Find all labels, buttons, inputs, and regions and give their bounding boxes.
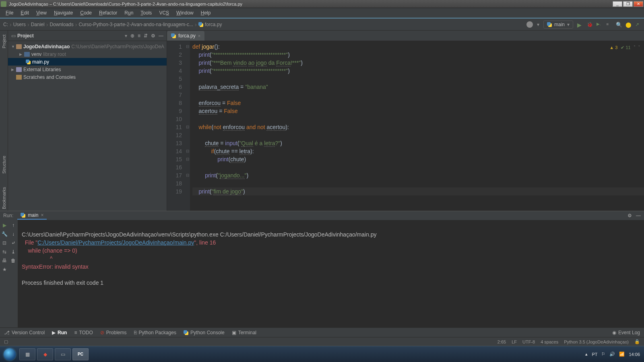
run-config-selector[interactable]: main ▾ [543,21,573,29]
python-file-icon [171,33,176,38]
tab-version-control[interactable]: ⎇Version Control [4,330,45,335]
user-icon[interactable] [526,21,533,28]
tray-flag-icon[interactable]: ⚐ [601,352,605,357]
settings-icon[interactable]: ⚙ [151,33,155,39]
taskbar-app-3[interactable]: ▭ [55,348,71,360]
close-button[interactable]: ✕ [634,1,643,7]
clear-icon[interactable]: 🗑 [11,258,16,263]
menu-tools[interactable]: Tools [137,9,155,17]
minimize-button[interactable]: _ [613,1,622,7]
close-tab-icon[interactable]: × [198,33,200,38]
scroll-down-icon[interactable]: ↓ [12,231,14,237]
run-layout-icon[interactable]: ⊟ [2,240,6,246]
editor-tab-forca[interactable]: forca.py × [167,31,204,41]
tab-problems[interactable]: ⊘Problems [100,330,127,335]
tree-scratches[interactable]: Scratches and Consoles [8,73,167,81]
taskbar-app-2[interactable]: ◆ [37,348,53,360]
run-tab-main[interactable]: main × [17,212,47,220]
hide-panel-icon[interactable]: — [159,33,163,39]
ide-errors-icon[interactable]: ⬤ [625,22,631,27]
status-tool-icon[interactable]: ▢ [4,339,8,344]
menu-help[interactable]: Help [198,9,214,17]
left-tool-strip: Project Structure Bookmarks [0,31,8,211]
status-line-sep[interactable]: LF [512,339,517,344]
debug-button[interactable]: 🐞 [587,22,592,27]
menu-code[interactable]: Code [77,9,95,17]
python-file-icon [26,60,31,64]
stop-button[interactable]: ■ [606,22,612,27]
windows-taskbar: ▦ ◆ ▭ PC ▴ PT ⚐ 🔊 📶 14:06 [0,346,644,362]
tray-language[interactable]: PT [592,352,597,357]
taskbar-app-1[interactable]: ▦ [19,348,35,360]
sidetab-bookmarks[interactable]: Bookmarks [2,185,6,211]
status-lock-icon[interactable]: 🔒 [634,339,640,344]
menu-view[interactable]: View [33,9,50,17]
tree-root[interactable]: ▼ JogoDeAdivinhaçao C:\Users\Daniel\Pych… [8,43,167,50]
taskbar-pycharm[interactable]: PC [72,348,89,360]
collapse-icon[interactable]: ⇵ [144,33,148,39]
menu-file[interactable]: File [2,9,17,17]
tree-external-libs[interactable]: ▶ External Libraries [8,66,167,73]
breadcrumb: C:› Users› Daniel› Downloads› Curso-Pyth… [3,21,526,28]
editor-area: forca.py × ▲ 3 ✔ 11 ˆˇ 12345678910111213… [167,31,644,211]
start-button[interactable] [2,348,18,361]
code-editor[interactable]: def jogar(): print("********************… [190,41,644,211]
run-print-icon[interactable]: 🖶 [2,258,7,263]
softwrap-icon[interactable]: ⤶ [11,240,15,246]
crumb-daniel[interactable]: Daniel [31,22,45,27]
crumb-file[interactable]: forca.py [205,22,222,27]
project-panel: ▭ Project ▾ ⊕ ≡ ⇵ ⚙ — ▼ JogoDeAdivinhaça… [8,31,167,211]
tree-main-file[interactable]: main.py [8,58,167,66]
python-file-icon [198,22,203,27]
run-tool-window: Run: main × ⚙ — ▶ 🔧 ⊟ ⇆ 🖶 ★ ↑ ↓ ⤶ ⤓ 🗑 C:… [0,211,644,327]
tab-event-log[interactable]: ◉Event Log [612,330,640,335]
run-more-icon[interactable]: ★ [2,267,7,272]
run-tools-icon[interactable]: 🔧 [2,231,8,237]
maximize-button[interactable]: ❐ [623,1,633,7]
tab-python-console[interactable]: Python Console [184,330,225,335]
menu-refactor[interactable]: Refactor [96,9,120,17]
run-button[interactable]: ▶ [577,22,583,27]
search-icon[interactable]: 🔍 [616,22,621,27]
tab-python-packages[interactable]: ⎘Python Packages [134,330,176,335]
run-hide-icon[interactable]: — [636,213,641,218]
fold-gutter[interactable]: ⊟⊟⊟⊟⊟ [185,41,190,211]
crumb-downloads[interactable]: Downloads [50,22,73,27]
scroll-up-icon[interactable]: ↑ [12,222,14,228]
status-indent[interactable]: 4 spaces [541,339,558,344]
close-run-tab-icon[interactable]: × [41,212,43,218]
menu-edit[interactable]: Edit [17,9,32,17]
tray-volume-icon[interactable]: 🔊 [609,352,615,357]
run-console[interactable]: C:\Users\Daniel\PycharmProjects\JogoDeAd… [18,220,644,327]
menu-run[interactable]: Run [121,9,136,17]
run-pin-icon[interactable]: ⇆ [2,249,6,255]
tab-terminal[interactable]: ▣Terminal [232,330,256,335]
crumb-drive[interactable]: C: [3,22,8,27]
coverage-button[interactable]: ▶. [597,22,602,27]
menu-navigate[interactable]: Navigate [51,9,76,17]
scroll-to-end-icon[interactable]: ⤓ [11,249,15,255]
crumb-course[interactable]: Curso-Python-3-parte-2-Avan-ando-na-ling… [78,22,193,27]
navigation-bar: C:› Users› Daniel› Downloads› Curso-Pyth… [0,19,644,31]
status-encoding[interactable]: UTF-8 [522,339,535,344]
line-gutter[interactable]: 12345678910111213141516171819 [167,41,185,211]
tab-run[interactable]: ▶Run [52,330,67,335]
crumb-users[interactable]: Users [13,22,26,27]
updates-icon[interactable]: ↗ [635,22,641,27]
expand-icon[interactable]: ≡ [138,33,140,39]
tray-network-icon[interactable]: 📶 [619,352,625,357]
rerun-icon[interactable]: ▶ [3,222,6,228]
tray-show-hidden-icon[interactable]: ▴ [585,352,588,357]
sidetab-structure[interactable]: Structure [2,154,6,175]
tree-venv[interactable]: ▶ venv library root [8,50,167,58]
menu-vcs[interactable]: VCS [156,9,172,17]
sidetab-project[interactable]: Project [2,33,6,50]
status-interpreter[interactable]: Python 3.5 (JogoDeAdivinhaçao) [564,339,629,344]
locate-icon[interactable]: ⊕ [130,33,134,39]
menu-window[interactable]: Window [173,9,197,17]
tray-clock[interactable]: 14:06 [629,352,640,357]
run-settings-icon[interactable]: ⚙ [627,213,632,218]
status-position[interactable]: 2:65 [497,339,506,344]
tab-todo[interactable]: ≡TODO [74,330,93,335]
error-file-link[interactable]: C:/Users/Daniel/PycharmProjects/JogoDeAd… [37,239,194,246]
